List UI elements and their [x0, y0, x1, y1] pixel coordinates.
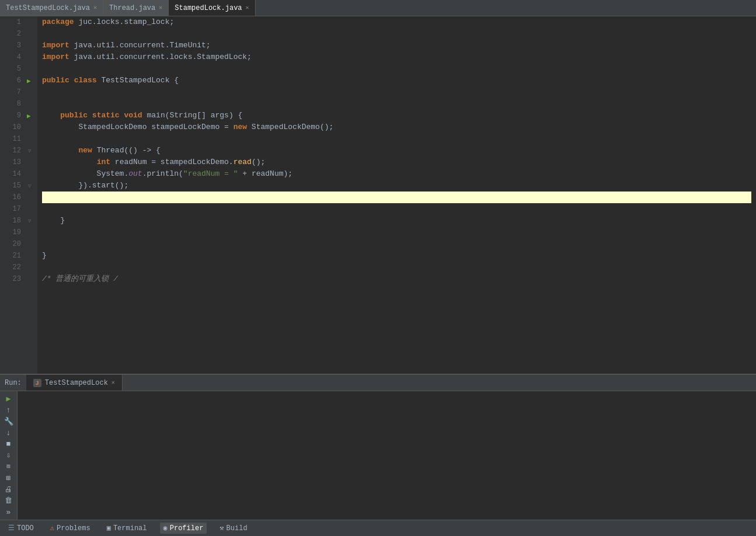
line-number-2: 2 [5, 28, 21, 40]
token-plain [42, 145, 78, 156]
code-line-1[interactable]: package juc.locks.stamp_lock; [42, 16, 751, 28]
scroll-up-btn[interactable]: ↑ [2, 405, 16, 415]
fold-gutter-icon[interactable]: ▽ [28, 148, 31, 154]
code-line-20[interactable] [42, 238, 751, 250]
editor-tab-bar: TestStampedLock.java ✕ Thread.java ✕ Sta… [0, 0, 756, 16]
line-number-21: 21 [5, 250, 21, 262]
code-line-2[interactable] [42, 28, 751, 40]
token-plain: Thread(() -> { [92, 145, 161, 156]
fold-gutter-icon[interactable]: ▽ [28, 218, 31, 224]
tab-close-icon[interactable]: ✕ [93, 5, 97, 11]
clear-btn[interactable]: 🗑 [2, 496, 16, 506]
run-label-text: Run: [5, 379, 22, 387]
tab-thread[interactable]: Thread.java ✕ [103, 0, 169, 16]
terminal-status-icon: ▣ [107, 524, 111, 532]
tab-test-stamped-lock[interactable]: TestStampedLock.java ✕ [0, 0, 103, 16]
code-lines[interactable]: package juc.locks.stamp_lock; import jav… [37, 16, 756, 374]
token-plain: readNum = stampedLockDemo. [110, 156, 234, 168]
line-number-10: 10 [5, 121, 21, 133]
code-line-23[interactable]: /* 普通的可重入锁 / [42, 273, 751, 285]
code-line-16[interactable] [42, 192, 751, 203]
line-number-13: 13 [5, 156, 21, 168]
run-tab-bar: Run: J TestStampedLock ✕ [0, 375, 756, 391]
token-plain: } [42, 215, 65, 227]
line-number-12: 12 [5, 145, 21, 156]
run-tab[interactable]: J TestStampedLock ✕ [26, 375, 123, 391]
code-line-14[interactable]: System.out.println("readNum = " + readNu… [42, 168, 751, 180]
code-line-8[interactable] [42, 98, 751, 110]
code-line-11[interactable] [42, 133, 751, 145]
tab-label: Thread.java [109, 4, 155, 12]
filter-btn[interactable]: ≡ [2, 462, 16, 472]
token-kw: void [124, 110, 142, 121]
token-kw: import [42, 51, 69, 63]
line-number-15: 15 [5, 180, 21, 192]
code-line-5[interactable] [42, 63, 751, 75]
run-btn[interactable]: ▶ [2, 394, 16, 403]
code-line-17[interactable] [42, 203, 751, 215]
settings-btn[interactable]: 🔧 [2, 416, 16, 426]
code-line-19[interactable] [42, 227, 751, 238]
code-line-6[interactable]: public class TestStampedLock { [42, 75, 751, 86]
print-btn[interactable]: 🖨 [2, 485, 16, 495]
tab-close-icon[interactable]: ✕ [159, 5, 162, 11]
tab-stamped-lock[interactable]: StampedLock.java ✕ [169, 0, 255, 16]
code-line-13[interactable]: int readNum = stampedLockDemo.read(); [42, 156, 751, 168]
run-gutter-icon[interactable]: ▶ [27, 77, 31, 85]
line-number-8: 8 [5, 98, 21, 110]
fold-gutter-icon[interactable]: ▽ [28, 183, 31, 189]
code-line-12[interactable]: new Thread(() -> { [42, 145, 751, 156]
run-content: ▶↑🔧↓■⇩≡⊞🖨🗑» [0, 391, 756, 520]
stop-btn[interactable]: ■ [2, 439, 16, 449]
gutter-row-12: ▽ [26, 145, 37, 156]
status-bar: ☰TODO⚠Problems▣Terminal◉Profiler⚒Build [0, 520, 756, 536]
code-line-22[interactable] [42, 262, 751, 273]
code-line-18[interactable]: } [42, 215, 751, 227]
terminal-status[interactable]: ▣Terminal [103, 523, 151, 534]
dump-btn[interactable]: ⇩ [2, 450, 16, 460]
token-kw: int [97, 156, 110, 168]
code-line-7[interactable] [42, 86, 751, 98]
code-line-4[interactable]: import java.util.concurrent.locks.Stampe… [42, 51, 751, 63]
run-gutter-icon[interactable]: ▶ [27, 112, 31, 120]
code-line-3[interactable]: import java.util.concurrent.TimeUnit; [42, 40, 751, 51]
gutter-row-15: ▽ [26, 180, 37, 192]
code-editor: 1234567891011121314151617181920212223 ▶▶… [0, 16, 756, 374]
token-kw: package [42, 16, 74, 28]
line-number-7: 7 [5, 86, 21, 98]
restore-btn[interactable]: ⊞ [2, 473, 16, 483]
code-line-9[interactable]: public static void main(String[] args) { [42, 110, 751, 121]
token-kw: public [60, 110, 88, 121]
gutter-row-6: ▶ [26, 75, 37, 86]
run-tab-close-icon[interactable]: ✕ [112, 380, 115, 386]
run-label: Run: [0, 375, 26, 391]
tab-close-icon[interactable]: ✕ [246, 5, 249, 11]
problems-status[interactable]: ⚠Problems [47, 523, 94, 534]
line-number-17: 17 [5, 203, 21, 215]
todo-status[interactable]: ☰TODO [5, 523, 37, 534]
token-plain: StampedLockDemo stampedLockDemo = [42, 121, 234, 133]
gutter: ▶▶▽▽▽ [26, 16, 37, 374]
tab-label: StampedLock.java [175, 4, 242, 12]
gutter-row-17 [26, 203, 37, 215]
scroll-down-btn[interactable]: ↓ [2, 427, 16, 437]
token-plain: juc.locks.stamp_lock; [74, 16, 175, 28]
more-btn[interactable]: » [2, 507, 16, 517]
token-plain: } [42, 250, 47, 262]
line-number-16: 16 [5, 192, 21, 203]
token-plain: java.util.concurrent.TimeUnit; [69, 40, 211, 51]
line-number-14: 14 [5, 168, 21, 180]
token-plain: }).start(); [42, 180, 128, 192]
code-line-21[interactable]: } [42, 250, 751, 262]
problems-status-icon: ⚠ [50, 524, 54, 532]
build-status[interactable]: ⚒Build [216, 523, 250, 534]
gutter-row-3 [26, 40, 37, 51]
code-line-10[interactable]: StampedLockDemo stampedLockDemo = new St… [42, 121, 751, 133]
token-plain: TestStampedLock { [97, 75, 179, 86]
code-line-15[interactable]: }).start(); [42, 180, 751, 192]
problems-status-label: Problems [57, 524, 90, 532]
token-str: "readNum = " [183, 168, 238, 180]
todo-status-label: TODO [17, 524, 34, 532]
token-plain [42, 156, 97, 168]
profiler-status[interactable]: ◉Profiler [160, 523, 207, 534]
